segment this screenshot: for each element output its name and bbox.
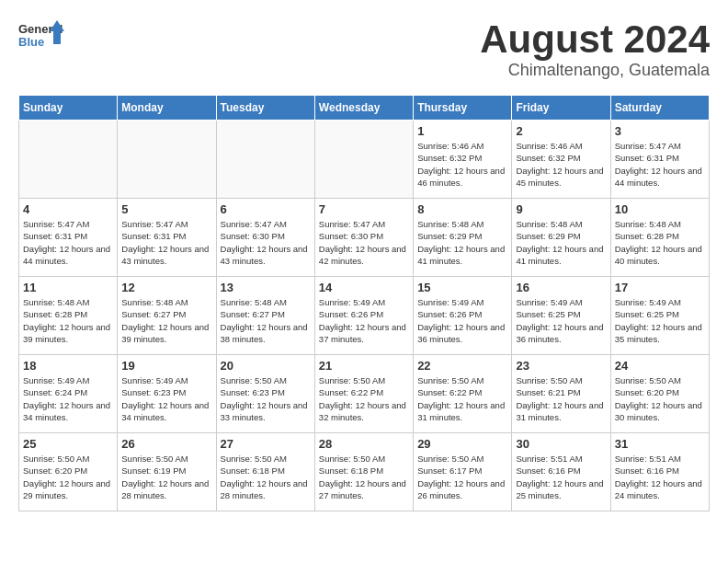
calendar-week-row: 18Sunrise: 5:49 AM Sunset: 6:24 PM Dayli… — [19, 355, 710, 433]
day-number: 25 — [23, 437, 113, 451]
cell-info: Sunrise: 5:46 AM Sunset: 6:32 PM Dayligh… — [417, 140, 507, 189]
logo: General Blue — [18, 18, 64, 57]
cell-info: Sunrise: 5:47 AM Sunset: 6:31 PM Dayligh… — [121, 218, 211, 267]
cell-info: Sunrise: 5:48 AM Sunset: 6:29 PM Dayligh… — [516, 218, 606, 267]
calendar-cell — [314, 121, 413, 199]
cell-info: Sunrise: 5:50 AM Sunset: 6:23 PM Dayligh… — [221, 374, 311, 423]
weekday-header: Sunday — [19, 96, 118, 121]
cell-info: Sunrise: 5:48 AM Sunset: 6:27 PM Dayligh… — [121, 296, 211, 345]
day-number: 6 — [221, 202, 311, 216]
logo-icon: General Blue — [18, 18, 64, 57]
day-number: 16 — [516, 281, 606, 294]
weekday-header: Monday — [118, 96, 216, 121]
cell-info: Sunrise: 5:47 AM Sunset: 6:30 PM Dayligh… — [319, 218, 409, 267]
cell-info: Sunrise: 5:50 AM Sunset: 6:20 PM Dayligh… — [23, 453, 113, 501]
calendar-cell: 4Sunrise: 5:47 AM Sunset: 6:31 PM Daylig… — [19, 199, 118, 277]
month-year-title: August 2024 — [480, 18, 710, 61]
calendar-cell: 24Sunrise: 5:50 AM Sunset: 6:20 PM Dayli… — [610, 355, 709, 433]
calendar-cell: 22Sunrise: 5:50 AM Sunset: 6:22 PM Dayli… — [414, 355, 512, 433]
day-number: 26 — [121, 437, 211, 451]
cell-info: Sunrise: 5:48 AM Sunset: 6:28 PM Dayligh… — [615, 218, 705, 267]
day-number: 17 — [615, 281, 705, 294]
day-number: 28 — [319, 437, 409, 451]
day-number: 27 — [221, 437, 311, 451]
day-number: 8 — [417, 202, 507, 216]
day-number: 21 — [319, 359, 409, 373]
cell-info: Sunrise: 5:50 AM Sunset: 6:19 PM Dayligh… — [121, 453, 211, 501]
weekday-header: Wednesday — [314, 96, 413, 121]
calendar-cell — [19, 121, 118, 199]
day-number: 23 — [516, 359, 606, 373]
cell-info: Sunrise: 5:49 AM Sunset: 6:25 PM Dayligh… — [516, 296, 606, 345]
day-number: 18 — [23, 359, 113, 373]
day-number: 5 — [121, 202, 211, 216]
day-number: 30 — [516, 437, 606, 451]
calendar-cell: 31Sunrise: 5:51 AM Sunset: 6:16 PM Dayli… — [610, 433, 709, 511]
cell-info: Sunrise: 5:50 AM Sunset: 6:18 PM Dayligh… — [319, 453, 409, 501]
page-header: General Blue August 2024 Chimaltenango, … — [18, 18, 710, 80]
calendar-cell — [216, 121, 314, 199]
calendar-cell: 16Sunrise: 5:49 AM Sunset: 6:25 PM Dayli… — [512, 277, 610, 355]
weekday-header: Friday — [512, 96, 610, 121]
day-number: 12 — [121, 281, 211, 294]
day-number: 3 — [615, 124, 705, 138]
day-number: 4 — [23, 202, 113, 216]
calendar-cell: 6Sunrise: 5:47 AM Sunset: 6:30 PM Daylig… — [216, 199, 314, 277]
calendar-cell: 11Sunrise: 5:48 AM Sunset: 6:28 PM Dayli… — [19, 277, 118, 355]
cell-info: Sunrise: 5:49 AM Sunset: 6:26 PM Dayligh… — [417, 296, 507, 345]
calendar-cell: 23Sunrise: 5:50 AM Sunset: 6:21 PM Dayli… — [512, 355, 610, 433]
day-number: 22 — [417, 359, 507, 373]
cell-info: Sunrise: 5:49 AM Sunset: 6:26 PM Dayligh… — [319, 296, 409, 345]
day-number: 19 — [121, 359, 211, 373]
calendar-cell: 28Sunrise: 5:50 AM Sunset: 6:18 PM Dayli… — [314, 433, 413, 511]
calendar-cell: 18Sunrise: 5:49 AM Sunset: 6:24 PM Dayli… — [19, 355, 118, 433]
calendar-cell: 9Sunrise: 5:48 AM Sunset: 6:29 PM Daylig… — [512, 199, 610, 277]
cell-info: Sunrise: 5:50 AM Sunset: 6:18 PM Dayligh… — [221, 453, 311, 501]
calendar-cell: 29Sunrise: 5:50 AM Sunset: 6:17 PM Dayli… — [414, 433, 512, 511]
cell-info: Sunrise: 5:50 AM Sunset: 6:22 PM Dayligh… — [319, 374, 409, 423]
weekday-header-row: SundayMondayTuesdayWednesdayThursdayFrid… — [19, 96, 710, 121]
calendar-cell — [118, 121, 216, 199]
calendar-cell: 10Sunrise: 5:48 AM Sunset: 6:28 PM Dayli… — [610, 199, 709, 277]
calendar-week-row: 11Sunrise: 5:48 AM Sunset: 6:28 PM Dayli… — [19, 277, 710, 355]
day-number: 20 — [221, 359, 311, 373]
location-subtitle: Chimaltenango, Guatemala — [480, 61, 710, 80]
title-area: August 2024 Chimaltenango, Guatemala — [480, 18, 710, 80]
cell-info: Sunrise: 5:46 AM Sunset: 6:32 PM Dayligh… — [516, 140, 606, 189]
weekday-header: Tuesday — [216, 96, 314, 121]
calendar-cell: 12Sunrise: 5:48 AM Sunset: 6:27 PM Dayli… — [118, 277, 216, 355]
day-number: 24 — [615, 359, 705, 373]
cell-info: Sunrise: 5:50 AM Sunset: 6:22 PM Dayligh… — [417, 374, 507, 423]
day-number: 15 — [417, 281, 507, 294]
cell-info: Sunrise: 5:48 AM Sunset: 6:27 PM Dayligh… — [221, 296, 311, 345]
calendar-cell: 7Sunrise: 5:47 AM Sunset: 6:30 PM Daylig… — [314, 199, 413, 277]
cell-info: Sunrise: 5:50 AM Sunset: 6:17 PM Dayligh… — [417, 453, 507, 501]
day-number: 11 — [23, 281, 113, 294]
cell-info: Sunrise: 5:49 AM Sunset: 6:25 PM Dayligh… — [615, 296, 705, 345]
calendar-week-row: 1Sunrise: 5:46 AM Sunset: 6:32 PM Daylig… — [19, 121, 710, 199]
weekday-header: Saturday — [610, 96, 709, 121]
calendar-cell: 27Sunrise: 5:50 AM Sunset: 6:18 PM Dayli… — [216, 433, 314, 511]
cell-info: Sunrise: 5:47 AM Sunset: 6:31 PM Dayligh… — [23, 218, 113, 267]
calendar-cell: 3Sunrise: 5:47 AM Sunset: 6:31 PM Daylig… — [610, 121, 709, 199]
cell-info: Sunrise: 5:48 AM Sunset: 6:28 PM Dayligh… — [23, 296, 113, 345]
day-number: 31 — [615, 437, 705, 451]
day-number: 10 — [615, 202, 705, 216]
calendar-cell: 17Sunrise: 5:49 AM Sunset: 6:25 PM Dayli… — [610, 277, 709, 355]
day-number: 7 — [319, 202, 409, 216]
cell-info: Sunrise: 5:48 AM Sunset: 6:29 PM Dayligh… — [417, 218, 507, 267]
weekday-header: Thursday — [414, 96, 512, 121]
svg-text:Blue: Blue — [18, 35, 44, 49]
calendar-cell: 20Sunrise: 5:50 AM Sunset: 6:23 PM Dayli… — [216, 355, 314, 433]
cell-info: Sunrise: 5:50 AM Sunset: 6:21 PM Dayligh… — [516, 374, 606, 423]
day-number: 13 — [221, 281, 311, 294]
cell-info: Sunrise: 5:47 AM Sunset: 6:30 PM Dayligh… — [221, 218, 311, 267]
day-number: 1 — [417, 124, 507, 138]
cell-info: Sunrise: 5:50 AM Sunset: 6:20 PM Dayligh… — [615, 374, 705, 423]
calendar-cell: 13Sunrise: 5:48 AM Sunset: 6:27 PM Dayli… — [216, 277, 314, 355]
day-number: 14 — [319, 281, 409, 294]
day-number: 29 — [417, 437, 507, 451]
day-number: 9 — [516, 202, 606, 216]
calendar-cell: 1Sunrise: 5:46 AM Sunset: 6:32 PM Daylig… — [414, 121, 512, 199]
calendar-week-row: 25Sunrise: 5:50 AM Sunset: 6:20 PM Dayli… — [19, 433, 710, 511]
